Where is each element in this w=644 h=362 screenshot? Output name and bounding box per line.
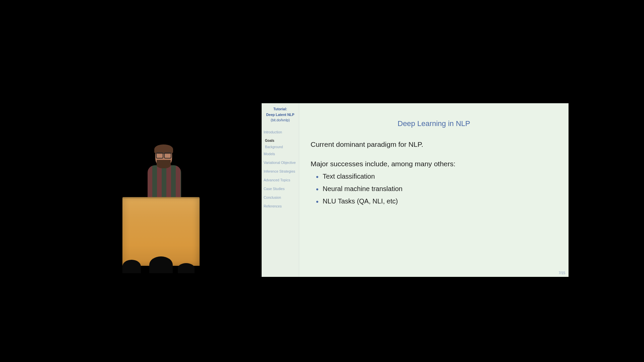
sidebar-item-advanced-topics: Advanced Topics [264, 178, 297, 182]
slide-paragraph-2: Major successes include, among many othe… [311, 160, 557, 168]
audience-silhouette [119, 258, 206, 273]
sidebar-title-line2: Deep Latent NLP [264, 112, 297, 117]
sidebar-item-variational-objective: Variational Objective [264, 161, 297, 165]
slide-content-area: Deep Learning in NLP Current dominant pa… [299, 103, 569, 277]
speaker-figure [139, 146, 186, 201]
presentation-slide: Tutorial: Deep Latent NLP (bit.do/lvnlp)… [262, 103, 569, 277]
slide-sidebar: Tutorial: Deep Latent NLP (bit.do/lvnlp)… [262, 103, 299, 277]
page-number: 7/15 [559, 271, 565, 275]
sidebar-item-models: Models [264, 152, 297, 156]
eyeglasses-icon [156, 153, 171, 157]
sidebar-item-goals: Goals [265, 139, 297, 143]
sidebar-item-inference-strategies: Inference Strategies [264, 169, 297, 174]
slide-title: Deep Learning in NLP [311, 119, 557, 128]
sidebar-item-conclusion: Conclusion [264, 195, 297, 200]
sidebar-url: (bit.do/lvnlp) [264, 118, 297, 122]
slide-paragraph-1: Current dominant paradigm for NLP. [311, 139, 557, 149]
slide-bullet-item: Neural machine translation [323, 185, 557, 193]
sidebar-item-introduction: Introduction [264, 130, 297, 134]
sidebar-item-references: References [264, 204, 297, 208]
sidebar-item-case-studies: Case Studies [264, 187, 297, 191]
stage-area [119, 146, 201, 273]
sidebar-title-line1: Tutorial: [264, 107, 297, 111]
sidebar-item-background: Background [265, 145, 297, 149]
speaker-body [148, 165, 181, 202]
podium [122, 197, 200, 266]
slide-bullet-item: Text classification [323, 173, 557, 180]
speaker-beard [157, 160, 171, 168]
slide-bullet-item: NLU Tasks (QA, NLI, etc) [323, 197, 557, 205]
slide-bullet-list: Text classificationNeural machine transl… [311, 173, 557, 205]
